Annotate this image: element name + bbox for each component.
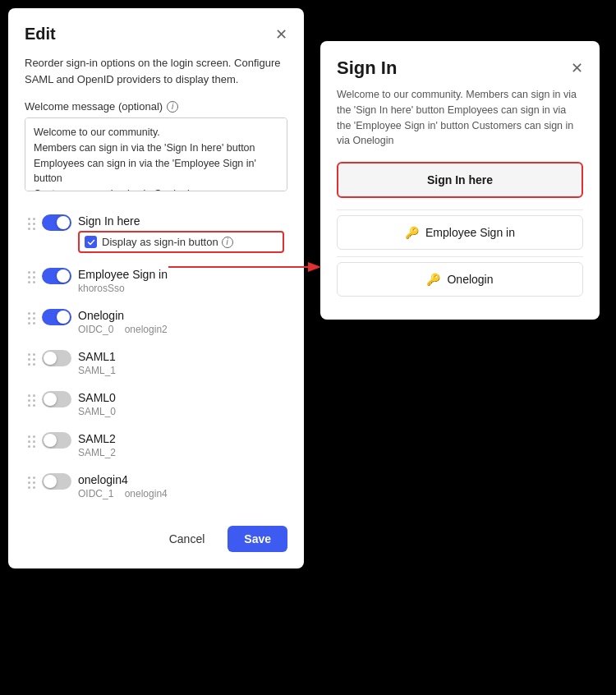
item-name: SAML1 <box>78 350 116 363</box>
item-content: Employee Sign in khorosSso <box>78 268 284 294</box>
item-content: SAML1 SAML_1 <box>78 350 284 376</box>
item-content: onelogin4 OIDC_1 onelogin4 <box>78 473 284 499</box>
onelogin-button[interactable]: 🔑 Onelogin <box>337 262 583 297</box>
modal-title: Edit <box>25 25 56 44</box>
key-icon: 🔑 <box>405 226 419 239</box>
item-content: SAML2 SAML_2 <box>78 432 284 458</box>
signin-item-saml0: SAML0 SAML_0 <box>25 384 287 424</box>
signin-item-sign-in-here: Sign In here Display as sign-in button i <box>25 208 287 260</box>
drag-handle <box>28 268 35 283</box>
employee-btn-label: Employee Sign in <box>425 226 515 239</box>
sub-label: Display as sign-in button i <box>102 236 233 248</box>
welcome-textarea[interactable]: Welcome to our community. Members can si… <box>25 117 287 191</box>
modal-header: Edit ✕ <box>25 25 287 44</box>
drag-handle <box>28 309 35 324</box>
signin-list: Sign In here Display as sign-in button i <box>25 208 287 506</box>
item-sub: OIDC_0 onelogin2 <box>78 324 284 335</box>
toggle-saml2[interactable] <box>42 432 71 449</box>
save-button[interactable]: Save <box>228 526 287 552</box>
divider <box>337 209 583 210</box>
divider <box>337 256 583 257</box>
key-icon-2: 🔑 <box>426 273 440 286</box>
item-name: SAML0 <box>78 391 116 404</box>
item-name: Onelogin <box>78 309 124 322</box>
item-name: Sign In here <box>78 214 140 228</box>
preview-description: Welcome to our community. Members can si… <box>337 87 583 149</box>
modal-footer: Cancel Save <box>25 513 287 552</box>
signin-preview-modal: Sign In ✕ Welcome to our community. Memb… <box>320 41 600 320</box>
signin-item-saml2: SAML2 SAML_2 <box>25 426 287 465</box>
sign-in-here-button[interactable]: Sign In here <box>337 162 583 198</box>
item-content: Sign In here Display as sign-in button i <box>78 214 284 253</box>
drag-handle <box>28 432 35 448</box>
drag-handle <box>28 391 35 407</box>
checkbox-display-button[interactable] <box>85 236 97 248</box>
signin-item-onelogin4: onelogin4 OIDC_1 onelogin4 <box>25 467 287 506</box>
drag-handle <box>28 350 35 366</box>
toggle-employee[interactable] <box>42 268 71 284</box>
preview-title: Sign In <box>337 58 397 79</box>
preview-header: Sign In ✕ <box>337 58 583 79</box>
drag-handle <box>28 214 35 230</box>
item-sub: OIDC_1 onelogin4 <box>78 488 284 499</box>
employee-sign-in-button[interactable]: 🔑 Employee Sign in <box>337 215 583 250</box>
cancel-button[interactable]: Cancel <box>156 526 218 552</box>
toggle-onelogin4[interactable] <box>42 473 71 490</box>
item-content: SAML0 SAML_0 <box>78 391 284 417</box>
item-sub: khorosSso <box>78 283 284 294</box>
drag-handle <box>28 473 35 489</box>
onelogin-btn-label: Onelogin <box>447 273 493 286</box>
item-name: SAML2 <box>78 432 116 445</box>
toggle-sign-in-here[interactable] <box>42 214 71 231</box>
preview-close-button[interactable]: ✕ <box>571 61 583 76</box>
item-name: onelogin4 <box>78 473 128 486</box>
sub-item-display-as-button: Display as sign-in button i <box>78 231 284 253</box>
toggle-onelogin[interactable] <box>42 309 71 325</box>
signin-item-onelogin: Onelogin OIDC_0 onelogin2 <box>25 302 287 342</box>
edit-modal: Edit ✕ Reorder sign-in options on the lo… <box>8 8 304 568</box>
signin-item-saml1: SAML1 SAML_1 <box>25 343 287 383</box>
item-name: Employee Sign in <box>78 268 168 281</box>
info-icon: i <box>167 101 178 113</box>
item-sub: SAML_0 <box>78 406 284 417</box>
welcome-label: Welcome message (optional) i <box>25 100 287 113</box>
item-content: Onelogin OIDC_0 onelogin2 <box>78 309 284 335</box>
item-sub: SAML_2 <box>78 447 284 458</box>
close-button[interactable]: ✕ <box>275 27 287 42</box>
toggle-saml0[interactable] <box>42 391 71 407</box>
item-sub: SAML_1 <box>78 365 284 376</box>
info-icon-sub: i <box>222 237 233 248</box>
modal-description: Reorder sign-in options on the login scr… <box>25 55 287 87</box>
toggle-saml1[interactable] <box>42 350 71 366</box>
signin-item-employee: Employee Sign in khorosSso <box>25 261 287 301</box>
